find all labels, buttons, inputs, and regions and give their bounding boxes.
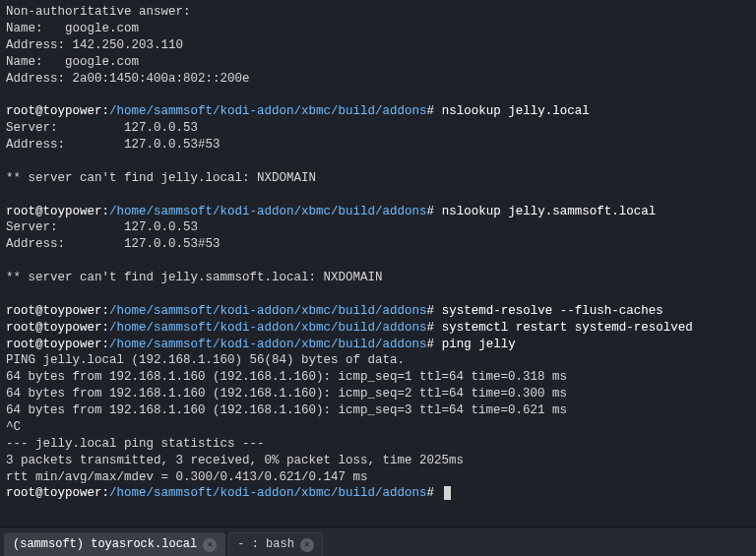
output-line: rtt min/avg/max/mdev = 0.300/0.413/0.621… [6, 469, 750, 486]
output-line [6, 253, 750, 270]
command-text: systemctl restart systemd-resolved [442, 321, 693, 335]
tab-bar: (sammsoft) toyasrock.local✕- : bash✕ [0, 526, 756, 556]
prompt-path: /home/sammsoft/kodi-addon/xbmc/build/add… [109, 205, 427, 218]
terminal-tab[interactable]: - : bash✕ [228, 532, 323, 556]
prompt-user-host: root@toypower [6, 304, 102, 318]
prompt-user-host: root@toypower [6, 104, 102, 118]
prompt-path: /home/sammsoft/kodi-addon/xbmc/build/add… [109, 486, 427, 500]
output-line: 3 packets transmitted, 3 received, 0% pa… [6, 453, 750, 469]
output-line: Name: google.com [6, 54, 750, 71]
output-line [6, 154, 750, 170]
close-icon[interactable]: ✕ [203, 538, 217, 552]
prompt-path: /home/sammsoft/kodi-addon/xbmc/build/add… [109, 304, 427, 318]
prompt-user-host: root@toypower [6, 486, 102, 500]
output-line: ** server can't find jelly.sammsoft.loca… [6, 270, 750, 286]
prompt-user-host: root@toypower [6, 321, 102, 335]
output-line [6, 187, 750, 204]
output-line: 64 bytes from 192.168.1.160 (192.168.1.1… [6, 386, 750, 402]
output-line: Server: 127.0.0.53 [6, 120, 750, 137]
output-line: Address: 2a00:1450:400a:802::200e [6, 71, 750, 88]
output-line [6, 87, 750, 103]
command-text: systemd-resolve --flush-caches [442, 304, 663, 318]
tab-label: - : bash [237, 536, 294, 552]
terminal-tab[interactable]: (sammsoft) toyasrock.local✕ [4, 532, 225, 556]
output-line: Address: 127.0.0.53#53 [6, 236, 750, 253]
output-line: ^C [6, 419, 750, 436]
output-line [6, 286, 750, 303]
output-line: 64 bytes from 192.168.1.160 (192.168.1.1… [6, 402, 750, 419]
close-icon[interactable]: ✕ [300, 538, 314, 552]
output-line: Address: 127.0.0.53#53 [6, 137, 750, 154]
output-line: PING jelly.local (192.168.1.160) 56(84) … [6, 352, 750, 369]
output-line: ** server can't find jelly.local: NXDOMA… [6, 170, 750, 187]
prompt-user-host: root@toypower [6, 338, 102, 351]
command-text: ping jelly [442, 338, 516, 351]
prompt-path: /home/sammsoft/kodi-addon/xbmc/build/add… [109, 338, 427, 351]
output-line: Address: 142.250.203.110 [6, 37, 750, 54]
prompt-user-host: root@toypower [6, 205, 102, 218]
output-line: Server: 127.0.0.53 [6, 219, 750, 236]
cursor [444, 486, 451, 500]
command-text: nslookup jelly.local [442, 104, 590, 118]
command-text: nslookup jelly.sammsoft.local [442, 205, 657, 218]
output-line: Non-authoritative answer: [6, 4, 750, 21]
output-line: --- jelly.local ping statistics --- [6, 436, 750, 453]
prompt-path: /home/sammsoft/kodi-addon/xbmc/build/add… [109, 321, 427, 335]
output-line: 64 bytes from 192.168.1.160 (192.168.1.1… [6, 369, 750, 386]
output-line: Name: google.com [6, 21, 750, 37]
tab-label: (sammsoft) toyasrock.local [13, 536, 197, 552]
prompt-path: /home/sammsoft/kodi-addon/xbmc/build/add… [109, 104, 427, 118]
terminal-output[interactable]: Non-authoritative answer:Name: google.co… [0, 0, 756, 526]
